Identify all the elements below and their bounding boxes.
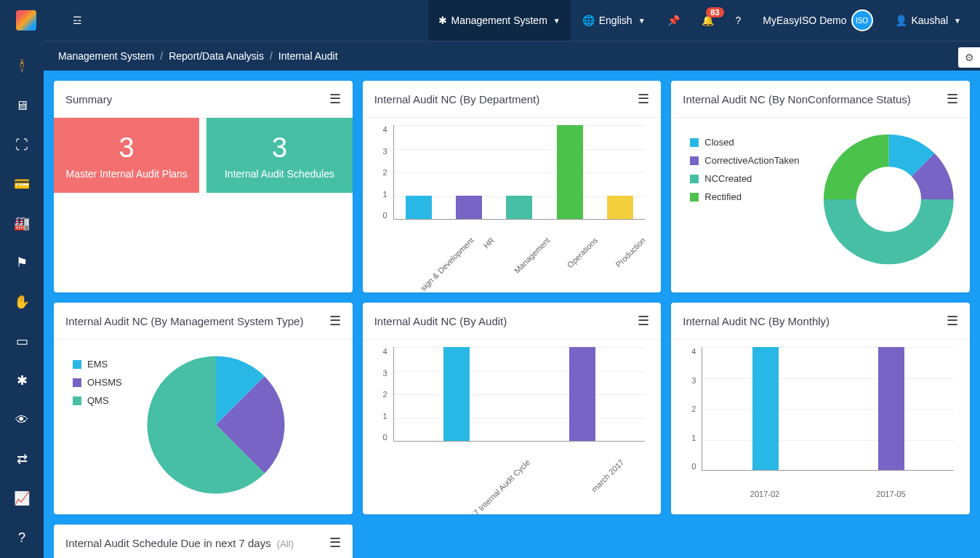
notifications-button[interactable]: 🔔 83 bbox=[691, 0, 724, 41]
x-axis-label: sign & Development bbox=[419, 236, 475, 292]
pin-icon: 📌 bbox=[667, 15, 680, 26]
gear-icon: ✱ bbox=[438, 15, 447, 26]
breadcrumb-1[interactable]: Management System bbox=[58, 50, 154, 62]
flag-icon: ⚑ bbox=[16, 255, 28, 271]
legend-swatch bbox=[690, 138, 699, 147]
transfer-icon: ⇄ bbox=[17, 451, 28, 467]
x-axis-label: 2017-05 bbox=[876, 490, 905, 498]
x-axis-label: march 2017 bbox=[590, 458, 626, 494]
panel-title: Internal Audit NC (By Department) bbox=[374, 93, 540, 105]
panel-schedule-due: Internal Audit Schedule Due in next 7 da… bbox=[54, 525, 353, 558]
x-axis-label: Production bbox=[614, 236, 647, 269]
breadcrumb-2[interactable]: Report/Data Analysis bbox=[169, 50, 264, 62]
page-settings-button[interactable]: ⚙ bbox=[958, 47, 980, 68]
caret-down-icon: ▼ bbox=[954, 17, 961, 25]
panel-menu-icon[interactable]: ☰ bbox=[329, 313, 341, 329]
resize-icon: ⛶ bbox=[15, 137, 28, 153]
panel-menu-icon[interactable]: ☰ bbox=[947, 91, 958, 107]
bar-chart: 012342017-022017-05 bbox=[681, 347, 960, 485]
pin-button[interactable]: 📌 bbox=[657, 0, 690, 41]
legend-label: EMS bbox=[87, 359, 108, 370]
monitor-icon: 🖥 bbox=[15, 98, 28, 113]
panel-menu-icon[interactable]: ☰ bbox=[638, 91, 649, 107]
chart-icon: 📈 bbox=[14, 490, 30, 506]
legend-label: NCCreated bbox=[704, 173, 752, 184]
brand-label: MyEasyISO Demo bbox=[763, 15, 846, 26]
tile-schedules[interactable]: 3 Internal Audit Schedules bbox=[206, 118, 352, 193]
sidebar-item-12[interactable]: 📈 bbox=[0, 479, 44, 518]
tile-label: Master Internal Audit Plans bbox=[66, 168, 188, 180]
breadcrumb-3: Internal Audit bbox=[278, 50, 338, 62]
question-icon: ? bbox=[18, 530, 25, 546]
sidebar-item-7[interactable]: ✋ bbox=[0, 282, 44, 322]
bar[interactable] bbox=[752, 347, 779, 470]
sidebar-item-13[interactable]: ? bbox=[0, 518, 44, 557]
note-icon: ▭ bbox=[16, 333, 28, 349]
bar[interactable] bbox=[557, 125, 583, 219]
user-menu[interactable]: 👤 Kaushal ▼ bbox=[885, 0, 972, 41]
panel-menu-icon[interactable]: ☰ bbox=[638, 313, 649, 329]
user-icon: 👤 bbox=[895, 15, 907, 26]
help-button[interactable]: ? bbox=[726, 0, 752, 41]
globe-icon: 🌐 bbox=[582, 15, 595, 26]
pie-slice[interactable] bbox=[824, 135, 888, 199]
legend-swatch bbox=[690, 175, 699, 183]
language-dropdown[interactable]: 🌐 English ▼ bbox=[572, 0, 656, 41]
panel-by-monthly: Internal Audit NC (By Monthly) ☰ 0123420… bbox=[671, 303, 970, 514]
bar[interactable] bbox=[878, 347, 904, 470]
sidebar-item-9[interactable]: ✱ bbox=[0, 361, 44, 400]
bar[interactable] bbox=[607, 196, 633, 219]
legend-label: QMS bbox=[87, 395, 109, 406]
sidebar-item-8[interactable]: ▭ bbox=[0, 322, 44, 361]
legend-label: Closed bbox=[704, 137, 734, 148]
legend-label: CorrectiveActionTaken bbox=[704, 155, 799, 166]
caret-down-icon: ▼ bbox=[638, 17, 646, 25]
legend-swatch bbox=[73, 360, 81, 369]
management-system-dropdown[interactable]: ✱ Management System ▼ bbox=[428, 0, 571, 41]
gear-icon: ⚙ bbox=[965, 52, 974, 63]
tile-master-plans[interactable]: 3 Master Internal Audit Plans bbox=[54, 118, 199, 193]
sidebar-item-2[interactable]: 🖥 bbox=[0, 86, 44, 125]
bar[interactable] bbox=[443, 347, 470, 441]
brand-label-item[interactable]: MyEasyISO Demo ISO bbox=[752, 0, 883, 41]
brand-avatar: ISO bbox=[851, 9, 873, 31]
bar[interactable] bbox=[456, 196, 482, 219]
sidebar-item-11[interactable]: ⇄ bbox=[0, 439, 44, 479]
industry-icon: 🏭 bbox=[14, 215, 30, 231]
panel-title-text: Internal Audit Schedule Due in next 7 da… bbox=[65, 537, 271, 549]
legend-label: Rectified bbox=[704, 191, 742, 202]
panel-menu-icon[interactable]: ☰ bbox=[329, 91, 341, 107]
x-axis-label: Management bbox=[513, 236, 552, 275]
sidebar-item-10[interactable]: 👁 bbox=[0, 400, 44, 439]
card-icon: 💳 bbox=[14, 176, 30, 192]
legend-swatch bbox=[690, 193, 699, 202]
bar-chart: 01234sign & DevelopmentHRManagementOpera… bbox=[373, 125, 651, 234]
bar[interactable] bbox=[406, 196, 432, 219]
sidebar-item-1[interactable]: 🕴 bbox=[0, 47, 44, 86]
app-logo[interactable] bbox=[9, 10, 44, 31]
tile-number: 3 bbox=[272, 132, 287, 164]
breadcrumb-sep: / bbox=[270, 50, 273, 62]
bar[interactable] bbox=[569, 347, 595, 441]
panel-menu-icon[interactable]: ☰ bbox=[329, 535, 341, 551]
panel-summary: Summary ☰ 3 Master Internal Audit Plans … bbox=[54, 81, 353, 292]
bar[interactable] bbox=[506, 196, 532, 219]
sidebar-item-6[interactable]: ⚑ bbox=[0, 243, 44, 282]
tile-number: 3 bbox=[119, 132, 134, 164]
language-label: English bbox=[599, 15, 632, 26]
legend-label: OHSMS bbox=[87, 377, 122, 388]
hand-icon: ✋ bbox=[14, 294, 30, 310]
sidebar-item-3[interactable]: ⛶ bbox=[0, 125, 44, 164]
sidebar-toggle-icon[interactable]: ☲ bbox=[73, 15, 82, 26]
pie-slice[interactable] bbox=[824, 199, 954, 264]
user-name: Kaushal bbox=[912, 15, 949, 26]
person-icon: 🕴 bbox=[14, 58, 30, 74]
sidebar-item-4[interactable]: 💳 bbox=[0, 164, 44, 204]
x-axis-label: 2017-02 bbox=[750, 490, 779, 498]
panel-title-sub: (All) bbox=[277, 538, 294, 549]
bug-icon: ✱ bbox=[17, 372, 28, 388]
sidebar-item-5[interactable]: 🏭 bbox=[0, 204, 44, 243]
management-system-label: Management System bbox=[451, 15, 547, 26]
panel-menu-icon[interactable]: ☰ bbox=[947, 313, 958, 329]
chart-legend: Closed CorrectiveActionTaken NCCreated R… bbox=[680, 127, 809, 272]
